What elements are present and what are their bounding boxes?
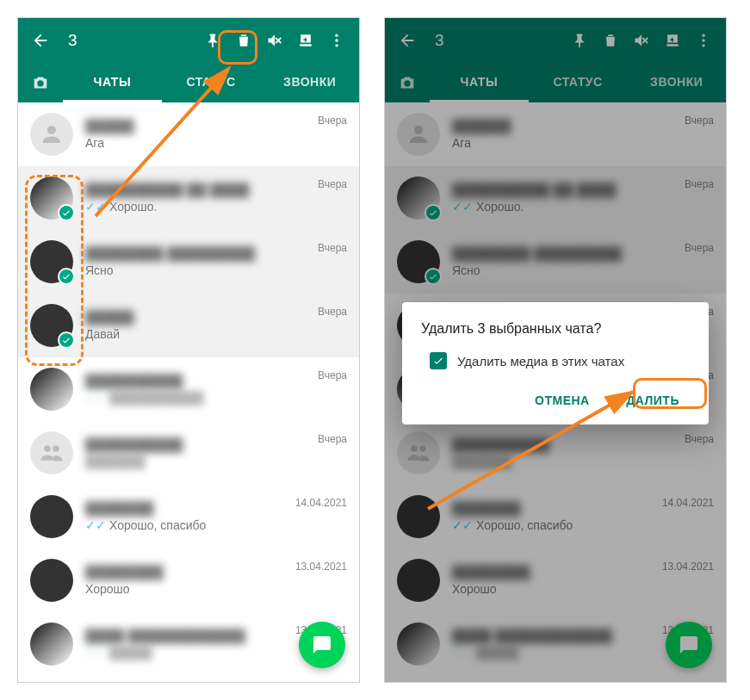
chat-time: Вчера [318,115,347,127]
chat-preview: ✓✓█████ [85,646,288,660]
chat-item[interactable]: █████АгаВчера [18,102,359,166]
tab-chats[interactable]: ЧАТЫ [63,63,162,102]
appbar: 3 [18,18,359,63]
pin-icon[interactable] [197,25,228,56]
avatar [30,113,73,156]
delete-dialog: Удалить 3 выбранных чата? Удалить медиа … [402,302,709,424]
chat-item[interactable]: ███████✓✓Хорошо, спасибо14.04.2021 [18,485,359,548]
more-icon[interactable] [321,25,352,56]
dialog-check-row[interactable]: Удалить медиа в этих чатах [430,352,690,369]
chat-name: ████ ████████████ [85,629,288,644]
chat-preview: ✓✓Хорошо, спасибо [85,518,288,532]
avatar [30,431,73,474]
chat-preview: ███████ [85,455,311,468]
read-ticks-icon: ✓✓ [85,200,106,214]
tabs: ЧАТЫ СТАТУС ЗВОНКИ [18,63,359,102]
chat-time: 13.04.2021 [295,561,347,573]
chat-time: Вчера [318,242,347,254]
read-ticks-icon: ✓✓ [85,646,106,660]
dialog-cancel-button[interactable]: ОТМЕНА [524,385,600,416]
chat-item[interactable]: ██████████✓✓███████████Вчера [18,357,359,421]
chat-name: ██████████ [85,437,311,453]
chat-time: 14.04.2021 [295,497,347,509]
new-chat-fab[interactable] [299,622,345,668]
chat-preview: Ясно [85,263,311,277]
camera-tab-icon[interactable] [18,63,63,102]
avatar [30,623,73,666]
tab-calls[interactable]: ЗВОНКИ [260,63,359,102]
svg-point-0 [335,34,338,37]
svg-point-1 [335,39,338,41]
avatar [30,368,73,411]
chat-time: Вчера [318,433,347,445]
avatar [30,495,73,538]
chat-item[interactable]: ████████Хорошо13.04.2021 [18,548,359,612]
chat-preview: ✓✓Хорошо. [85,200,311,214]
phone-right: 3 ЧАТЫ СТАТУС ЗВОНКИ ██████АгаВчера█████… [384,17,727,683]
tab-status[interactable]: СТАТУС [162,63,261,102]
chat-preview: Давай [85,327,311,341]
dialog-check-label: Удалить медиа в этих чатах [457,354,624,369]
mute-icon[interactable] [259,25,290,56]
read-ticks-icon: ✓✓ [85,518,106,532]
selected-count: 3 [68,31,77,50]
chat-preview: Хорошо [85,582,288,596]
chat-item[interactable]: ██████████ ██ ████✓✓Хорошо.Вчера [18,166,359,230]
chat-name: █████ [85,119,311,134]
chat-name: ███████ [85,501,288,517]
avatar [30,559,73,602]
svg-point-2 [335,44,338,46]
chat-list-left: █████АгаВчера██████████ ██ ████✓✓Хорошо.… [18,102,359,682]
chat-item[interactable]: █████ДавайВчера [18,294,359,357]
chat-time: Вчера [318,178,347,190]
chat-time: Вчера [318,369,347,381]
back-icon[interactable] [25,25,56,56]
chat-preview: ✓✓███████████ [85,391,311,405]
checkbox-checked-icon[interactable] [430,352,447,369]
chat-name: ██████████ [85,374,311,389]
archive-icon[interactable] [290,25,321,56]
dialog-delete-button[interactable]: УДАЛИТЬ [609,385,690,416]
avatar [30,177,73,220]
dialog-title: Удалить 3 выбранных чата? [421,321,690,337]
chat-name: ████████ [85,565,288,580]
chat-time: Вчера [318,306,347,318]
read-ticks-icon: ✓✓ [85,391,106,405]
phone-left: 3 ЧАТЫ СТАТУС ЗВОНКИ █████АгаВчера██████… [17,17,360,683]
chat-name: █████ [85,310,311,325]
chat-preview: Ага [85,136,311,150]
chat-item[interactable]: ████████ █████████ЯсноВчера [18,230,359,294]
avatar [30,240,73,283]
avatar [30,304,73,347]
delete-icon[interactable] [228,25,259,56]
chat-name: ████████ █████████ [85,246,311,262]
chat-item[interactable]: █████████████████Вчера [18,421,359,485]
chat-name: ██████████ ██ ████ [85,183,311,198]
